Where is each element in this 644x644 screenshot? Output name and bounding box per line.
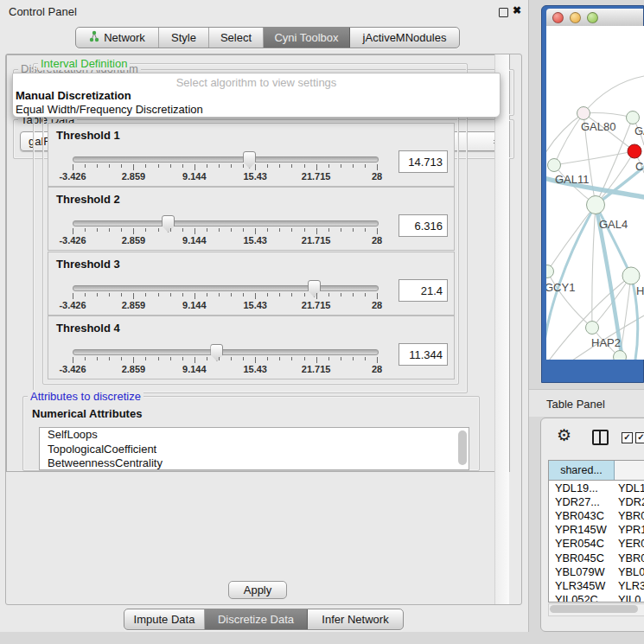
column-header-shared[interactable]: shared... bbox=[549, 461, 615, 480]
threshold-value-field[interactable]: 11.344 bbox=[399, 343, 448, 366]
node-table: shared... n YDL19...YDL1YDR27...YDR2YBR0… bbox=[548, 460, 644, 603]
close-icon[interactable]: ✖ bbox=[513, 4, 521, 16]
threshold-slider[interactable] bbox=[73, 156, 379, 163]
tab-discretize-data[interactable]: Discretize Data bbox=[205, 609, 308, 629]
table-row[interactable]: YBR043CYBR0 bbox=[549, 508, 644, 522]
list-item[interactable]: BetweennessCentrality bbox=[40, 456, 469, 470]
threshold-label: Threshold 3 bbox=[56, 258, 120, 271]
slider-scale-label: 21.715 bbox=[302, 364, 331, 374]
network-node[interactable] bbox=[546, 265, 554, 278]
table-row[interactable]: YIL052CYIL0 bbox=[549, 593, 644, 603]
node-label: GAL11 bbox=[555, 173, 590, 186]
network-node[interactable] bbox=[586, 322, 599, 335]
slider-scale: -3.4262.8599.14415.4321.71528 bbox=[73, 300, 377, 310]
tab-infer-network[interactable]: Infer Network bbox=[308, 609, 403, 629]
slider-ticks bbox=[73, 293, 377, 300]
threshold-slider[interactable] bbox=[73, 285, 379, 291]
checkbox-checked-icon[interactable]: ✓ bbox=[635, 432, 644, 443]
dropdown-option-manual[interactable]: Manual Discretization bbox=[13, 88, 500, 102]
cell-name[interactable]: YLR3 bbox=[614, 579, 644, 592]
cell-shared-name[interactable]: YIL052C bbox=[549, 593, 614, 602]
apply-button[interactable]: Apply bbox=[228, 581, 287, 599]
node-label: GCY1 bbox=[546, 281, 575, 294]
table-row[interactable]: YBL079WYBL0 bbox=[549, 564, 644, 578]
zoom-traffic-light-icon[interactable] bbox=[587, 12, 598, 23]
network-node[interactable] bbox=[548, 159, 561, 172]
network-node[interactable] bbox=[614, 351, 627, 360]
tab-label: Select bbox=[220, 31, 252, 44]
cell-name[interactable]: YPR1 bbox=[614, 523, 644, 536]
network-node[interactable] bbox=[577, 107, 590, 120]
cell-name[interactable]: YBR0 bbox=[614, 552, 644, 564]
list-scrollbar-thumb[interactable] bbox=[458, 430, 467, 465]
horizontal-scrollbar[interactable] bbox=[548, 603, 644, 616]
tab-cyni-toolbox[interactable]: Cyni Toolbox bbox=[264, 28, 350, 48]
network-window-titlebar[interactable] bbox=[546, 9, 643, 27]
cell-shared-name[interactable]: YPR145W bbox=[549, 523, 614, 536]
network-canvas[interactable]: GAL80GACGAL11GAL4GCY1HHAP2 bbox=[546, 26, 644, 360]
cell-name[interactable]: YBL0 bbox=[614, 565, 644, 578]
tab-style[interactable]: Style bbox=[159, 28, 209, 48]
list-item[interactable]: SelfLoops bbox=[40, 428, 469, 443]
numerical-attributes-list[interactable]: SelfLoopsTopologicalCoefficientBetweenne… bbox=[39, 427, 469, 470]
cell-shared-name[interactable]: YDL19... bbox=[549, 481, 614, 494]
minimize-traffic-light-icon[interactable] bbox=[570, 12, 581, 23]
slider-ticks bbox=[73, 164, 377, 171]
table-row[interactable]: YLR345WYLR3 bbox=[549, 578, 644, 592]
table-body: YDL19...YDL1YDR27...YDR2YBR043CYBR0YPR14… bbox=[549, 481, 644, 602]
cell-shared-name[interactable]: YBR045C bbox=[549, 552, 614, 564]
slider-ticks bbox=[73, 228, 377, 235]
cell-shared-name[interactable]: YBL079W bbox=[549, 565, 614, 578]
table-row[interactable]: YER054CYER0 bbox=[549, 537, 644, 551]
cell-shared-name[interactable]: YBR043C bbox=[549, 509, 614, 522]
table-header-row: shared... n bbox=[549, 461, 644, 481]
gear-icon[interactable]: ⚙ bbox=[557, 425, 571, 445]
network-node[interactable] bbox=[628, 144, 641, 158]
threshold-value-field[interactable]: 21.4 bbox=[399, 279, 448, 302]
table-row[interactable]: YPR145WYPR1 bbox=[549, 523, 644, 537]
threshold-label: Threshold 1 bbox=[56, 129, 120, 142]
table-row[interactable]: YDR27...YDR2 bbox=[549, 494, 644, 508]
network-node[interactable] bbox=[587, 196, 605, 214]
cell-name[interactable]: YER0 bbox=[614, 537, 644, 550]
cell-shared-name[interactable]: YDR27... bbox=[549, 495, 614, 508]
table-row[interactable]: YBR045CYBR0 bbox=[549, 551, 644, 564]
cell-name[interactable]: YDL1 bbox=[614, 481, 644, 494]
tab-jactivemnodules[interactable]: jActiveMNodules bbox=[350, 28, 459, 48]
dropdown-option-equal-width[interactable]: Equal Width/Frequency Discretization bbox=[13, 102, 500, 116]
slider-ticks bbox=[73, 357, 377, 364]
cell-shared-name[interactable]: YER054C bbox=[549, 537, 614, 550]
cell-shared-name[interactable]: YLR345W bbox=[549, 579, 614, 592]
cell-name[interactable]: YBR0 bbox=[614, 509, 644, 522]
cell-name[interactable]: YDR2 bbox=[614, 495, 644, 508]
node-label: GAL4 bbox=[599, 218, 628, 231]
threshold-slider[interactable] bbox=[73, 220, 379, 226]
slider-scale: -3.4262.8599.14415.4321.71528 bbox=[73, 364, 377, 374]
tab-label: Impute Data bbox=[134, 613, 195, 626]
tab-select[interactable]: Select bbox=[209, 28, 264, 48]
slider-scale-label: 28 bbox=[372, 364, 382, 374]
slider-scale-label: -3.426 bbox=[59, 171, 86, 182]
close-traffic-light-icon[interactable] bbox=[552, 12, 564, 23]
column-header-name[interactable]: n bbox=[615, 461, 644, 480]
float-window-icon[interactable] bbox=[499, 8, 508, 17]
threshold-value-field[interactable]: 6.316 bbox=[399, 214, 448, 237]
threshold-slider[interactable] bbox=[73, 349, 379, 355]
node-label: HAP2 bbox=[591, 336, 621, 349]
network-node[interactable] bbox=[622, 267, 640, 284]
bottom-tab-bar: Impute Data Discretize Data Infer Networ… bbox=[124, 609, 404, 630]
list-item[interactable]: TopologicalCoefficient bbox=[40, 443, 469, 457]
cell-name[interactable]: YIL0 bbox=[614, 593, 641, 602]
slider-scale-label: 15.43 bbox=[243, 300, 267, 310]
scrollbar-thumb[interactable] bbox=[550, 605, 638, 613]
slider-scale-label: 9.144 bbox=[182, 235, 207, 245]
tab-network[interactable]: Network bbox=[76, 28, 159, 48]
columns-icon[interactable] bbox=[592, 430, 609, 445]
threshold-row: Threshold 1 -3.4262.8599.14415.4321.7152… bbox=[48, 123, 455, 187]
threshold-value-field[interactable]: 14.713 bbox=[399, 150, 448, 173]
tab-impute-data[interactable]: Impute Data bbox=[124, 609, 205, 629]
slider-scale-label: 9.144 bbox=[182, 300, 207, 310]
checkbox-checked-icon[interactable]: ✓ bbox=[622, 432, 633, 443]
network-node[interactable] bbox=[627, 112, 640, 124]
table-row[interactable]: YDL19...YDL1 bbox=[549, 481, 644, 494]
